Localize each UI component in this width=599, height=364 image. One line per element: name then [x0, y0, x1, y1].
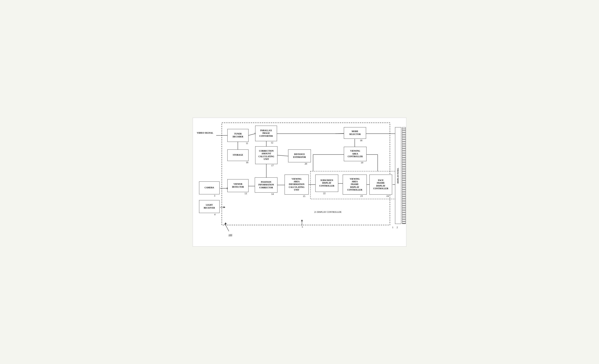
display-panel-block: DISPLAY PANEL — [395, 127, 401, 224]
label-15: 15 — [303, 195, 305, 197]
viewing-area-frame-display-block: VIEWINGAREAFRAMEDISPLAYCONTROLLER — [343, 175, 367, 195]
svg-line-7 — [335, 133, 344, 134]
parallax-image-converter-block: PARALLAXIMAGECONVERTER — [255, 126, 277, 141]
video-signal-label: VIDEO SIGNAL — [197, 132, 213, 134]
display-controller-label: 21 DISPLAY CONTROLLER — [314, 211, 341, 213]
diagram-container: VIDEO SIGNAL TUNERDECODER PARALLAXIMAGEC… — [193, 118, 406, 247]
viewing-area-controller-block: VIEWINGAREACONTROLLER — [344, 147, 367, 161]
label-11: 11 — [246, 142, 248, 144]
label-12: 12 — [271, 141, 273, 144]
svg-marker-41 — [224, 222, 227, 225]
label-13: 13 — [245, 192, 247, 195]
subscreen-display-controller-block: SUBSCREENDISPLAYCONTROLLER — [315, 175, 338, 192]
label-22: 22 — [323, 192, 326, 195]
label-5: 5 — [302, 226, 303, 228]
svg-marker-33 — [224, 206, 225, 208]
viewer-detector-block: VIEWERDETECTOR — [227, 179, 248, 192]
svg-line-12 — [277, 155, 289, 156]
label-16: 16 — [246, 161, 248, 164]
distance-estimator-block: DISTANCEESTIMATOR — [288, 149, 311, 162]
tuner-decoder-block: TUNERDECODER — [227, 129, 248, 142]
label-100: 100 — [229, 233, 232, 236]
svg-line-40 — [225, 224, 229, 231]
label-18: 18 — [360, 139, 362, 142]
light-receiver-block: LIGHTRECEIVER — [199, 200, 220, 213]
svg-line-4 — [248, 134, 255, 135]
label-20: 20 — [305, 162, 307, 165]
viewing-area-info-calc-block: VIEWINGAREAINFORMATIONCALCULATINGUNIT — [285, 175, 309, 195]
label-2: 2 — [396, 226, 398, 229]
mode-selector-block: MODESELECTOR — [344, 127, 366, 139]
label-4: 4 — [214, 213, 216, 216]
label-3: 3 — [214, 194, 215, 197]
label-14: 14 — [271, 193, 274, 195]
face-frame-display-controller-block: FACEFRAMEDISPLAYCONTROLLER — [370, 175, 392, 195]
label-24: 24 — [386, 195, 389, 197]
correction-amount-block: CORRECTIONAMOUNTCALCULATINGUNIT — [255, 146, 277, 164]
svg-marker-43 — [301, 220, 303, 221]
label-19: 19 — [361, 161, 363, 164]
position-information-corrector-block: POSITIONINFORMATIONCORRECTOR — [255, 178, 277, 193]
storage-block: STORAGE — [227, 149, 248, 161]
label-23: 23 — [360, 195, 363, 197]
camera-block: CAMERA — [199, 181, 220, 194]
label-17: 17 — [271, 164, 274, 167]
coil-element — [402, 127, 406, 224]
label-1: 1 — [392, 226, 394, 229]
